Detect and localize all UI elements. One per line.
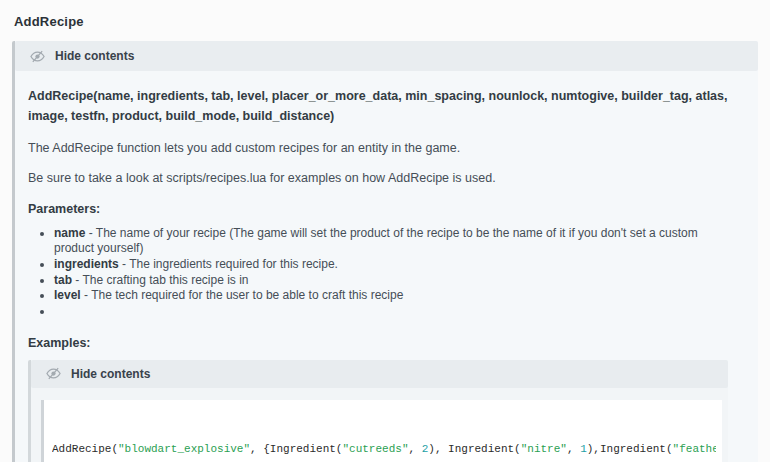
parameter-item: ingredients - The ingredients required f… (54, 257, 728, 273)
examples-heading: Examples: (28, 336, 728, 350)
code-token-number: 1 (580, 443, 587, 455)
function-signature: AddRecipe(name, ingredients, tab, level,… (28, 86, 728, 127)
parameters-list: name - The name of your recipe (The game… (28, 226, 728, 320)
parameter-desc: - The tech required for the user to be a… (81, 288, 404, 302)
function-description: The AddRecipe function lets you add cust… (28, 140, 728, 158)
parameter-item (54, 304, 728, 320)
parameter-item: level - The tech required for the user t… (54, 288, 728, 304)
code-token-plain: AddRecipe( (52, 443, 118, 455)
code-token-string: "cutreeds" (342, 443, 408, 455)
code-token-plain: ), Ingredient( (428, 443, 520, 455)
code-line: AddRecipe("blowdart_explosive", {Ingredi… (52, 442, 716, 456)
hide-contents-label: Hide contents (71, 367, 150, 381)
example-hide-contents-toggle[interactable]: Hide contents (31, 360, 728, 388)
parameter-item: name - The name of your recipe (The game… (54, 226, 728, 257)
code-token-plain: ),Ingredient( (587, 443, 673, 455)
code-token-string: "nitre" (521, 443, 567, 455)
hide-contents-label: Hide contents (55, 49, 134, 63)
code-token-string: "blowdart_explosive" (118, 443, 250, 455)
function-note: Be sure to take a look at scripts/recipe… (28, 170, 728, 188)
parameter-item: tab - The crafting tab this recipe is in (54, 273, 728, 289)
page-title: AddRecipe (14, 14, 758, 29)
parameter-name: name (54, 226, 85, 240)
eye-slash-icon (30, 49, 45, 64)
hide-contents-toggle[interactable]: Hide contents (15, 41, 758, 71)
eye-slash-icon (46, 366, 61, 381)
code-token-plain: , (408, 443, 421, 455)
code-token-string: "feather_robin" (673, 443, 716, 455)
parameter-name: ingredients (54, 257, 119, 271)
parameter-desc: - The crafting tab this recipe is in (72, 273, 249, 287)
code-block: AddRecipe("blowdart_explosive", {Ingredi… (41, 400, 722, 462)
code-token-plain: , (567, 443, 580, 455)
parameters-heading: Parameters: (28, 202, 728, 216)
code-token-plain: , {Ingredient( (250, 443, 342, 455)
example-panel: Hide contents AddRecipe("blowdart_explos… (28, 360, 728, 462)
panel-body: AddRecipe(name, ingredients, tab, level,… (15, 71, 758, 462)
example-body: AddRecipe("blowdart_explosive", {Ingredi… (31, 388, 728, 462)
parameter-desc: - The name of your recipe (The game will… (54, 226, 698, 256)
parameter-name: level (54, 288, 81, 302)
parameter-name: tab (54, 273, 72, 287)
addrecipe-doc-panel: Hide contents AddRecipe(name, ingredient… (12, 41, 758, 462)
docs-page: AddRecipe Hide contents AddRecipe(name, … (0, 0, 770, 462)
parameter-desc: - The ingredients required for this reci… (119, 257, 338, 271)
